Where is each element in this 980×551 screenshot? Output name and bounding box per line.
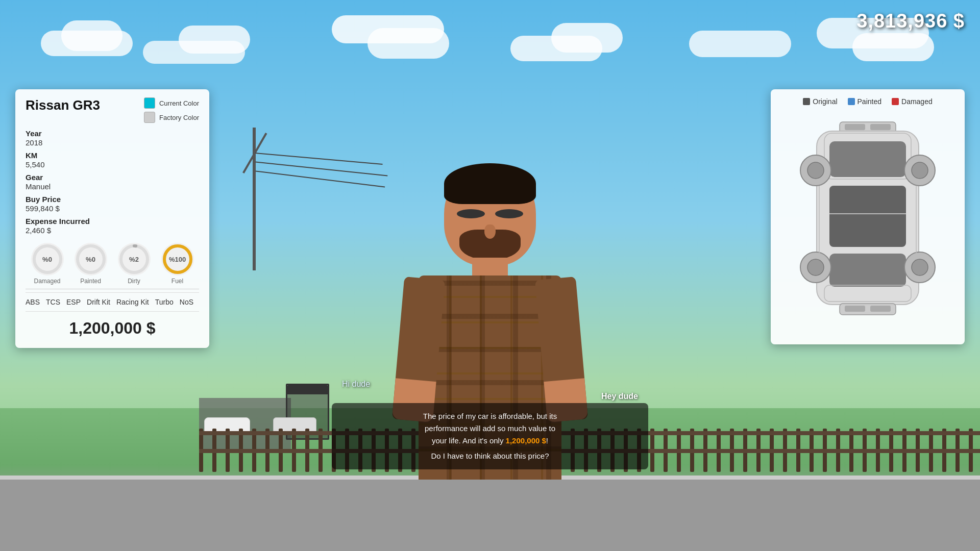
character-right-eye [495, 209, 523, 218]
gauge-label-fuel: Fuel [172, 278, 183, 285]
buy-price-value: 599,840 $ [26, 204, 199, 213]
factory-color-indicator: Factory Color [144, 112, 199, 123]
dialog-bubble: The price of my car is affordable, but i… [332, 403, 648, 469]
feature-turbo: Turbo [155, 298, 174, 306]
gear-label: Gear [26, 173, 199, 182]
svg-point-24 [912, 259, 928, 276]
legend-label-painted: Painted [857, 97, 881, 106]
legend-damaged: Damaged [892, 97, 933, 106]
sale-price: 1,200,000 $ [26, 314, 199, 340]
gauges-row: %0 Damaged %0 Painted [26, 243, 199, 285]
gauge-text-painted: %0 [86, 256, 95, 263]
svg-rect-9 [845, 124, 865, 130]
gauge-text-damaged: %0 [42, 256, 52, 263]
dialog-price-highlight: 1,200,000 $ [506, 436, 546, 445]
feature-esp: ESP [66, 298, 81, 306]
car-info-panel: Rissan GR3 Current Color Factory Color Y… [15, 89, 209, 348]
car-diagram-svg [779, 112, 957, 336]
svg-point-22 [807, 259, 824, 276]
feature-tcs: TCS [46, 298, 60, 306]
feature-abs: ABS [26, 298, 40, 306]
km-value: 5,540 [26, 160, 199, 169]
dialog-line-2: performance will add so much value to [342, 422, 638, 435]
km-row: KM 5,540 [26, 151, 199, 169]
gear-row: Gear Manuel [26, 173, 199, 191]
character-nose [484, 224, 496, 239]
legend-label-damaged: Damaged [901, 97, 933, 106]
svg-rect-27 [870, 306, 891, 312]
gear-value: Manuel [26, 182, 199, 191]
dialog-line-1: The price of my car is affordable, but i… [342, 410, 638, 422]
svg-point-20 [912, 162, 928, 179]
features-row: ABSTCSESPDrift KitRacing KitTurboNoS [26, 292, 199, 312]
panel-separator [26, 289, 199, 289]
cloud-4 [179, 26, 250, 54]
gauge-damaged: %0 Damaged [31, 243, 64, 285]
car-diagram [781, 112, 954, 336]
svg-rect-26 [845, 306, 865, 312]
cloud-9 [689, 31, 791, 57]
svg-point-18 [807, 162, 824, 179]
feature-racing-kit: Racing Kit [116, 298, 149, 306]
npc-name: Hey dude [332, 392, 648, 401]
legend-label-original: Original [813, 97, 837, 106]
cloud-6 [368, 28, 449, 59]
gauge-label-damaged: Damaged [34, 278, 60, 285]
gauge-dirty: %2 Dirty [118, 243, 151, 285]
expense-row: Expense Incurred 2,460 $ [26, 217, 199, 235]
km-label: KM [26, 151, 199, 160]
legend-dot-original [803, 98, 810, 105]
car-diagram-panel: Original Painted Damaged [771, 89, 965, 344]
legend-dot-damaged [892, 98, 899, 105]
expense-label: Expense Incurred [26, 217, 199, 226]
legend-painted: Painted [848, 97, 881, 106]
color-indicators: Current Color Factory Color [144, 97, 199, 123]
legend-dot-painted [848, 98, 855, 105]
dialog-line-3: your life. And it's only 1,200,000 $! [342, 435, 638, 447]
expense-value: 2,460 $ [26, 226, 199, 235]
buy-price-label: Buy Price [26, 195, 199, 204]
cloud-8 [551, 23, 623, 53]
svg-rect-12 [829, 141, 906, 177]
current-color-label: Current Color [159, 99, 199, 107]
character-hair [444, 163, 536, 204]
current-color-swatch [144, 97, 155, 109]
cloud-2 [61, 20, 122, 51]
gauge-text-fuel: %100 [169, 256, 186, 263]
factory-color-label: Factory Color [159, 114, 199, 121]
gauge-label-painted: Painted [80, 278, 101, 285]
feature-drift-kit: Drift Kit [87, 298, 110, 306]
svg-rect-14 [829, 186, 906, 247]
car-name: Rissan GR3 [26, 97, 100, 113]
gauge-fuel: %100 Fuel [161, 243, 194, 285]
svg-rect-10 [870, 124, 891, 130]
buy-price-row: Buy Price 599,840 $ [26, 195, 199, 213]
dialog-question: Do I have to think about this price? [342, 450, 638, 462]
character-left-eye [457, 209, 485, 218]
gauge-text-dirty: %2 [129, 256, 139, 263]
year-row: Year 2018 [26, 129, 199, 147]
current-color-indicator: Current Color [144, 97, 199, 109]
factory-color-swatch [144, 112, 155, 123]
hud-money: 3,813,936 $ [856, 10, 965, 32]
svg-rect-15 [829, 254, 906, 287]
gauge-painted: %0 Painted [75, 243, 107, 285]
year-value: 2018 [26, 138, 199, 147]
character-head [444, 163, 536, 265]
year-label: Year [26, 129, 199, 138]
player-dialog-line: Hi dude [332, 380, 648, 389]
shelter-roof [287, 385, 328, 394]
feature-nos: NoS [180, 298, 193, 306]
dialog-area: Hi dude Hey dude The price of my car is … [332, 380, 648, 469]
diagram-legend: Original Painted Damaged [779, 97, 957, 106]
panel-header: Rissan GR3 Current Color Factory Color [26, 97, 199, 123]
legend-original: Original [803, 97, 837, 106]
gauge-label-dirty: Dirty [128, 278, 140, 285]
cloud-11 [852, 33, 934, 61]
